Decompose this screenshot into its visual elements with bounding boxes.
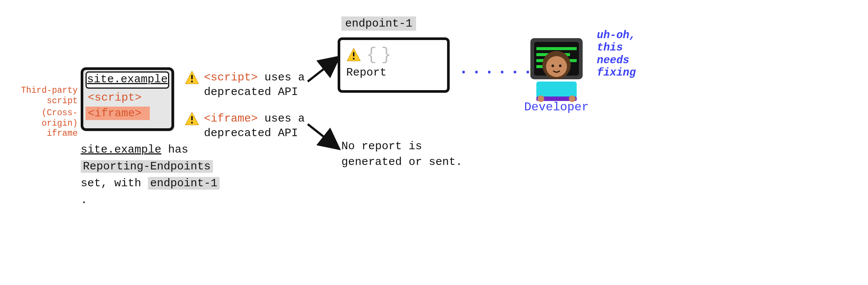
warning-script-text: <script> uses a deprecated API bbox=[204, 70, 309, 99]
warning-iframe-text: <iframe> uses a deprecated API bbox=[204, 111, 309, 141]
arrow-to-noreport-icon bbox=[306, 120, 344, 153]
browser-row-iframe: <iframe> bbox=[86, 107, 150, 120]
site-name: site.example bbox=[81, 143, 161, 156]
svg-line-6 bbox=[308, 57, 339, 82]
svg-line-7 bbox=[308, 124, 339, 149]
developer-thought: uh-oh, this needs fixing bbox=[597, 29, 660, 79]
endpoint-name-badge: endpoint-1 bbox=[341, 16, 416, 31]
reporting-endpoints-code: Reporting-Endpoints bbox=[81, 160, 213, 173]
developer-illustration bbox=[523, 36, 590, 103]
site-caption: site.example has Reporting-Endpoints set… bbox=[81, 141, 230, 209]
warning-icon bbox=[185, 111, 199, 126]
endpoint-box: { } Report bbox=[338, 37, 450, 93]
warning-script-tag: <script> bbox=[204, 71, 258, 84]
report-label: Report bbox=[346, 66, 441, 79]
no-report-text: No report is generated or sent. bbox=[341, 138, 476, 170]
third-party-label: Third-party script bbox=[10, 86, 78, 106]
warning-icon bbox=[185, 70, 199, 85]
svg-point-20 bbox=[559, 65, 562, 67]
svg-point-19 bbox=[552, 65, 554, 67]
cross-origin-label: (Cross-origin) iframe bbox=[10, 108, 78, 139]
svg-point-18 bbox=[546, 56, 567, 77]
svg-rect-1 bbox=[191, 75, 193, 79]
endpoint-code: endpoint-1 bbox=[148, 177, 220, 190]
warning-iframe-tag: <iframe> bbox=[204, 112, 258, 125]
svg-rect-13 bbox=[536, 47, 577, 50]
braces-icon: { } bbox=[366, 46, 388, 64]
svg-rect-21 bbox=[536, 82, 577, 98]
address-bar-url: site.example bbox=[87, 73, 168, 86]
svg-rect-4 bbox=[191, 116, 193, 120]
svg-point-2 bbox=[191, 81, 193, 83]
developer-label: Developer bbox=[508, 100, 605, 114]
address-bar: site.example bbox=[86, 71, 169, 89]
warning-icon bbox=[346, 48, 361, 62]
svg-point-5 bbox=[191, 122, 193, 124]
browser-window: site.example <script> <iframe> bbox=[81, 67, 174, 131]
svg-rect-9 bbox=[353, 52, 354, 56]
svg-point-10 bbox=[353, 58, 355, 60]
browser-row-script: <script> bbox=[86, 91, 169, 104]
